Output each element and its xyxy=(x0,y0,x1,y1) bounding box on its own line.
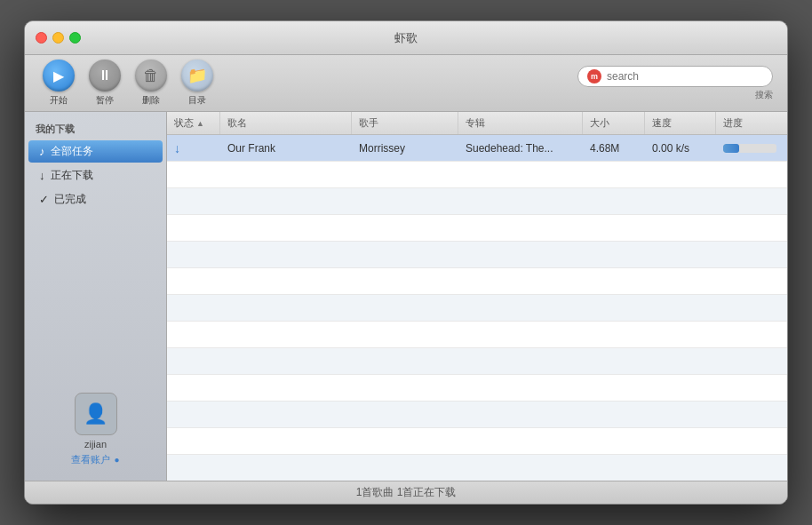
search-area: m 搜索 xyxy=(577,66,773,101)
play-button[interactable]: ▶ 开始 xyxy=(39,60,78,107)
search-input[interactable] xyxy=(607,70,763,83)
maximize-button[interactable] xyxy=(69,32,81,44)
cell-speed: 0.00 k/s xyxy=(645,142,716,155)
sidebar-item-all[interactable]: ♪ 全部任务 xyxy=(28,140,163,163)
header-title: 歌名 xyxy=(220,112,352,134)
close-button[interactable] xyxy=(36,32,47,44)
sort-arrow-icon: ▲ xyxy=(196,119,204,128)
avatar-icon: 👤 xyxy=(84,402,107,426)
main-window: 虾歌 ▶ 开始 ⏸ 暂停 🗑 删除 📁 目录 m 搜索 xyxy=(24,20,788,505)
table-row[interactable]: ↓ Our Frank Morrissey Suedehead: The... … xyxy=(167,135,787,162)
download-icon: ↓ xyxy=(39,169,45,182)
table-row xyxy=(167,375,787,402)
progress-bar-fill xyxy=(723,144,739,153)
content-area: 我的下载 ♪ 全部任务 ↓ 正在下载 ✓ 已完成 👤 zijian 查看账户 xyxy=(25,112,787,481)
table-body: ↓ Our Frank Morrissey Suedehead: The... … xyxy=(167,135,787,481)
cell-progress xyxy=(716,144,787,153)
table-row xyxy=(167,188,787,215)
view-account-label: 查看账户 xyxy=(71,453,110,466)
play-label: 开始 xyxy=(50,94,68,107)
table-row xyxy=(167,455,787,481)
table-row xyxy=(167,242,787,268)
check-icon: ✓ xyxy=(39,193,49,206)
statusbar: 1首歌曲 1首正在下载 xyxy=(25,481,787,504)
main-panel: 状态 ▲ 歌名 歌手 专辑 大小 速度 进度 ↓ Our Frank Morri… xyxy=(167,112,787,481)
view-account-dot-icon: ● xyxy=(114,455,119,465)
header-size: 大小 xyxy=(583,112,645,134)
cell-album: Suedehead: The... xyxy=(458,142,583,155)
search-brand-icon: m xyxy=(587,69,601,84)
user-avatar: 👤 xyxy=(75,393,117,435)
delete-button[interactable]: 🗑 删除 xyxy=(131,60,171,107)
cell-size: 4.68M xyxy=(583,142,645,155)
delete-label: 删除 xyxy=(142,94,160,107)
progress-bar-container xyxy=(723,144,776,153)
minimize-button[interactable] xyxy=(52,32,64,44)
music-icon: ♪ xyxy=(39,145,45,158)
window-title: 虾歌 xyxy=(394,30,418,46)
cell-status: ↓ xyxy=(167,141,220,155)
sidebar-section-title: 我的下载 xyxy=(25,119,166,139)
header-progress: 进度 xyxy=(716,112,787,134)
table-header: 状态 ▲ 歌名 歌手 专辑 大小 速度 进度 xyxy=(167,112,787,135)
user-name: zijian xyxy=(84,439,107,449)
toolbar: ▶ 开始 ⏸ 暂停 🗑 删除 📁 目录 m 搜索 xyxy=(25,55,787,112)
play-icon: ▶ xyxy=(43,60,75,91)
download-status-icon: ↓ xyxy=(174,141,180,155)
table-row xyxy=(167,402,787,428)
directory-icon: 📁 xyxy=(181,60,213,91)
table-row xyxy=(167,428,787,455)
search-section-label: 搜索 xyxy=(755,89,773,101)
pause-button[interactable]: ⏸ 暂停 xyxy=(85,60,124,107)
status-text: 1首歌曲 1首正在下载 xyxy=(356,485,457,500)
sidebar-item-completed[interactable]: ✓ 已完成 xyxy=(28,188,163,211)
header-status: 状态 ▲ xyxy=(167,112,220,134)
table-row xyxy=(167,162,787,188)
table-row xyxy=(167,295,787,322)
directory-button[interactable]: 📁 目录 xyxy=(178,60,217,107)
search-bar: m xyxy=(577,66,773,87)
header-speed: 速度 xyxy=(645,112,716,134)
sidebar-item-all-label: 全部任务 xyxy=(51,144,93,159)
titlebar: 虾歌 xyxy=(25,21,787,55)
sidebar: 我的下载 ♪ 全部任务 ↓ 正在下载 ✓ 已完成 👤 zijian 查看账户 xyxy=(25,112,167,481)
header-artist: 歌手 xyxy=(352,112,458,134)
header-album: 专辑 xyxy=(458,112,583,134)
sidebar-item-downloading[interactable]: ↓ 正在下载 xyxy=(28,164,163,187)
table-row xyxy=(167,322,787,348)
sidebar-item-downloading-label: 正在下载 xyxy=(51,168,93,183)
directory-label: 目录 xyxy=(188,94,206,107)
sidebar-item-completed-label: 已完成 xyxy=(54,192,86,207)
pause-label: 暂停 xyxy=(96,94,114,107)
view-account-button[interactable]: 查看账户 ● xyxy=(71,453,119,466)
cell-artist: Morrissey xyxy=(352,142,458,155)
table-row xyxy=(167,348,787,375)
table-row xyxy=(167,215,787,242)
pause-icon: ⏸ xyxy=(89,60,121,91)
sidebar-footer: 👤 zijian 查看账户 ● xyxy=(25,386,166,473)
delete-icon: 🗑 xyxy=(135,60,167,91)
table-row xyxy=(167,268,787,295)
cell-title: Our Frank xyxy=(220,142,352,155)
traffic-lights xyxy=(36,32,81,44)
